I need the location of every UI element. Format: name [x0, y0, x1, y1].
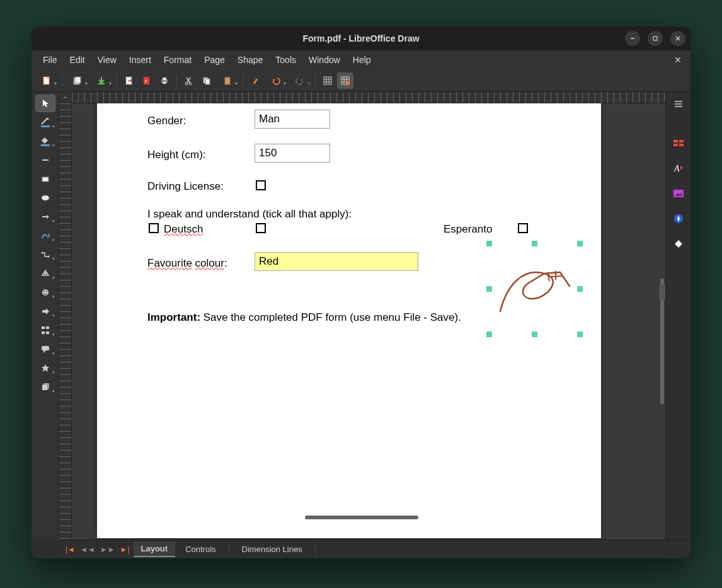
- new-doc-button[interactable]: [35, 72, 58, 89]
- deutsch-checkbox[interactable]: [149, 223, 159, 233]
- sidebar-toggle[interactable]: [659, 285, 665, 300]
- menu-format[interactable]: Format: [158, 52, 198, 67]
- export-pdf-button[interactable]: P: [139, 72, 155, 89]
- svg-text:A: A: [673, 164, 680, 173]
- save-button[interactable]: [90, 72, 113, 89]
- svg-rect-1: [653, 37, 657, 40]
- menu-window[interactable]: Window: [302, 52, 347, 67]
- paste-button[interactable]: [216, 72, 239, 89]
- selection-handle-n[interactable]: [532, 241, 537, 246]
- undo-button[interactable]: [265, 72, 287, 89]
- app-window: Form.pdf - LibreOffice Draw File Edit Vi…: [32, 26, 690, 558]
- selection-handle-nw[interactable]: [486, 241, 492, 246]
- format-paintbrush-button[interactable]: [247, 72, 263, 89]
- tab-dimension-lines[interactable]: Dimension Lines: [234, 542, 310, 556]
- snap-grid-button[interactable]: [337, 72, 353, 89]
- svg-rect-33: [346, 81, 350, 85]
- menu-tools[interactable]: Tools: [269, 52, 302, 67]
- svg-point-48: [43, 291, 45, 292]
- select-tool[interactable]: [35, 95, 55, 112]
- first-page-button[interactable]: |◄: [64, 545, 76, 554]
- minimize-button[interactable]: [625, 31, 640, 46]
- ellipse-tool[interactable]: [35, 189, 55, 207]
- export-button[interactable]: [121, 72, 137, 89]
- main-toolbar: P: [32, 69, 690, 92]
- menu-help[interactable]: Help: [347, 52, 377, 67]
- menu-insert[interactable]: Insert: [123, 52, 158, 67]
- gallery-panel-icon[interactable]: [670, 185, 687, 202]
- callout-tool[interactable]: [35, 340, 55, 358]
- copy-button[interactable]: [198, 72, 215, 89]
- selection-handle-s[interactable]: [532, 331, 537, 337]
- close-document-button[interactable]: ✕: [670, 54, 685, 66]
- menu-file[interactable]: File: [37, 52, 64, 67]
- stars-tool[interactable]: [35, 359, 55, 377]
- sidebar-menu-icon[interactable]: [670, 96, 687, 112]
- block-arrows-tool[interactable]: [35, 303, 55, 320]
- selection-handle-sw[interactable]: [486, 331, 492, 337]
- line-color-tool[interactable]: [35, 113, 55, 131]
- connector-tool[interactable]: [35, 246, 55, 263]
- toolbar-separator: [117, 74, 117, 87]
- arrow-tool[interactable]: [35, 208, 55, 226]
- document-page[interactable]: Gender: Man Height (cm): 150 Driving Lic…: [97, 103, 601, 538]
- horizontal-ruler[interactable]: [72, 92, 665, 103]
- titlebar: Form.pdf - LibreOffice Draw: [32, 26, 690, 50]
- next-page-button[interactable]: ►►: [99, 545, 117, 554]
- rectangle-tool[interactable]: [35, 170, 55, 188]
- fill-color-tool[interactable]: [35, 132, 55, 150]
- 3d-tool[interactable]: [35, 378, 55, 396]
- signature-image[interactable]: [488, 242, 582, 337]
- svg-rect-51: [42, 326, 45, 329]
- grid-button[interactable]: [319, 72, 336, 89]
- horizontal-scrollbar[interactable]: [305, 516, 418, 519]
- right-sidebar: A: [665, 92, 690, 539]
- maximize-button[interactable]: [648, 31, 663, 46]
- styles-panel-icon[interactable]: A: [670, 160, 687, 176]
- svg-rect-67: [679, 144, 684, 146]
- flowchart-tool[interactable]: [35, 321, 55, 339]
- selection-handle-se[interactable]: [577, 331, 583, 337]
- menu-shape[interactable]: Shape: [231, 52, 269, 67]
- properties-panel-icon[interactable]: [670, 135, 687, 151]
- tab-layout[interactable]: Layout: [134, 541, 176, 557]
- height-field[interactable]: 150: [255, 144, 330, 163]
- menu-edit[interactable]: Edit: [64, 52, 91, 67]
- print-button[interactable]: [156, 72, 173, 89]
- open-button[interactable]: [66, 72, 89, 89]
- page-tabs: |◄ ◄◄ ►► ►| Layout Controls Dimension Li…: [59, 539, 690, 558]
- height-label: Height (cm):: [147, 149, 206, 161]
- left-toolbar: [32, 92, 59, 539]
- basic-shapes-tool[interactable]: [35, 265, 55, 282]
- redo-button[interactable]: [289, 72, 311, 89]
- svg-marker-34: [43, 100, 49, 107]
- menu-view[interactable]: View: [91, 52, 123, 67]
- svg-rect-20: [226, 77, 229, 79]
- favcolour-field[interactable]: Red: [255, 252, 418, 271]
- tab-separator: [315, 545, 316, 555]
- curve-tool[interactable]: [35, 227, 55, 245]
- esperanto-checkbox[interactable]: [518, 223, 528, 233]
- gender-field[interactable]: Man: [255, 110, 330, 129]
- viewport[interactable]: Gender: Man Height (cm): 150 Driving Lic…: [59, 103, 665, 539]
- deutsch-label: Deutsch: [164, 223, 203, 236]
- prev-page-button[interactable]: ◄◄: [79, 545, 96, 554]
- tab-controls[interactable]: Controls: [178, 542, 223, 556]
- main-area: + Gender: Man Height (cm): 150 Driving L…: [32, 92, 690, 539]
- line-tool[interactable]: [35, 151, 55, 169]
- svg-marker-56: [43, 350, 46, 353]
- selection-handle-ne[interactable]: [577, 241, 583, 246]
- lang2-checkbox[interactable]: [256, 223, 266, 233]
- selection-handle-e[interactable]: [577, 286, 583, 292]
- selection-handle-w[interactable]: [486, 286, 492, 292]
- symbol-shapes-tool[interactable]: [35, 284, 55, 301]
- navigator-panel-icon[interactable]: [670, 210, 687, 227]
- cut-button[interactable]: [181, 72, 197, 89]
- menu-page[interactable]: Page: [198, 52, 231, 67]
- last-page-button[interactable]: ►|: [119, 545, 131, 554]
- vertical-ruler[interactable]: [59, 103, 72, 539]
- close-button[interactable]: [670, 31, 685, 46]
- shapes-panel-icon[interactable]: [670, 236, 687, 252]
- svg-rect-37: [41, 144, 50, 146]
- license-checkbox[interactable]: [256, 180, 266, 190]
